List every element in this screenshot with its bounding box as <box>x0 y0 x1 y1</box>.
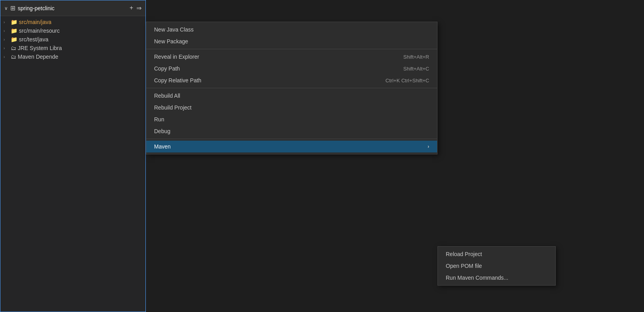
folder-icon: 📁 <box>11 19 17 25</box>
menu-item-label: Reveal in Explorer <box>154 54 199 60</box>
submenu-item-run-maven-commands[interactable]: Run Maven Commands... <box>438 272 555 284</box>
sidebar-item-src-main-java[interactable]: › 📁 src/main/java <box>0 18 145 26</box>
maven-icon: 🗂 <box>11 54 16 60</box>
menu-item-rebuild-project[interactable]: Rebuild Project <box>146 102 437 113</box>
chevron-right-icon: › <box>4 55 9 59</box>
sidebar-item-label: src/test/java <box>19 36 48 43</box>
submenu-item-open-pom-file[interactable]: Open POM file <box>438 260 555 272</box>
menu-item-label: Copy Path <box>154 65 180 72</box>
menu-item-debug[interactable]: Debug <box>146 125 437 137</box>
menu-item-label: Rebuild All <box>154 93 180 99</box>
navigate-icon[interactable]: ⇒ <box>136 4 141 12</box>
menu-item-copy-relative-path[interactable]: Copy Relative Path Ctrl+K Ctrl+Shift+C <box>146 74 437 86</box>
chevron-right-icon: › <box>4 37 9 42</box>
separator-2 <box>146 88 437 88</box>
sidebar-item-jre-library[interactable]: › 🗂 JRE System Libra <box>0 44 145 52</box>
context-menu: New Java Class New Package Reveal in Exp… <box>146 22 437 154</box>
menu-item-label: Maven <box>154 143 171 150</box>
submenu-item-label: Open POM file <box>446 263 482 269</box>
menu-item-label: Rebuild Project <box>154 104 192 111</box>
shortcut-copy-relative-path: Ctrl+K Ctrl+Shift+C <box>385 78 429 84</box>
menu-item-new-package[interactable]: New Package <box>146 35 437 47</box>
sidebar-item-src-main-resources[interactable]: › 📁 src/main/resourc <box>0 26 145 35</box>
shortcut-copy-path: Shift+Alt+C <box>403 66 429 72</box>
menu-item-copy-path[interactable]: Copy Path Shift+Alt+C <box>146 63 437 74</box>
menu-item-label: Debug <box>154 128 170 134</box>
project-title: spring-petclinic <box>18 5 54 11</box>
sidebar-item-label: src/main/resourc <box>19 28 60 34</box>
sidebar-item-src-test-java[interactable]: › 📁 src/test/java <box>0 35 145 44</box>
menu-item-maven[interactable]: Maven › <box>146 141 437 152</box>
arrow-right-icon: › <box>428 144 429 149</box>
separator-3 <box>146 139 437 139</box>
sidebar-header-left: ∨ ⊞ spring-petclinic <box>4 4 54 12</box>
folder-icon: 📁 <box>11 36 17 43</box>
sidebar-item-maven-dependencies[interactable]: › 🗂 Maven Depende <box>0 52 145 61</box>
submenu-item-label: Run Maven Commands... <box>446 275 508 281</box>
sidebar-item-label: JRE System Libra <box>18 45 62 51</box>
sidebar-item-label: src/main/java <box>19 19 51 25</box>
library-icon: 🗂 <box>11 45 16 51</box>
add-icon[interactable]: + <box>130 4 133 12</box>
menu-item-run[interactable]: Run <box>146 113 437 125</box>
chevron-right-icon: › <box>4 46 9 50</box>
folder-icon: 📁 <box>11 28 17 34</box>
menu-item-reveal-in-explorer[interactable]: Reveal in Explorer Shift+Alt+R <box>146 51 437 63</box>
chevron-right-icon: › <box>4 20 9 24</box>
shortcut-reveal: Shift+Alt+R <box>403 54 429 60</box>
menu-item-label: New Java Class <box>154 26 194 33</box>
sidebar-panel: ∨ ⊞ spring-petclinic + ⇒ › 📁 src/main/ja… <box>0 0 146 312</box>
collapse-icon[interactable]: ∨ <box>4 6 8 11</box>
menu-item-label: Copy Relative Path <box>154 77 201 84</box>
submenu-maven: Reload Project Open POM file Run Maven C… <box>437 246 556 286</box>
project-icon: ⊞ <box>10 4 15 12</box>
submenu-item-label: Reload Project <box>446 251 482 257</box>
menu-item-new-java-class[interactable]: New Java Class <box>146 24 437 35</box>
sidebar-header: ∨ ⊞ spring-petclinic + ⇒ <box>0 0 145 16</box>
menu-item-label: New Package <box>154 38 188 45</box>
sidebar-item-label: Maven Depende <box>18 54 58 60</box>
separator-1 <box>146 49 437 49</box>
sidebar-items: › 📁 src/main/java › 📁 src/main/resourc ›… <box>0 16 145 312</box>
chevron-right-icon: › <box>4 29 9 33</box>
header-actions: + ⇒ <box>130 4 141 12</box>
menu-item-label: Run <box>154 116 164 123</box>
menu-item-rebuild-all[interactable]: Rebuild All <box>146 90 437 102</box>
submenu-item-reload-project[interactable]: Reload Project <box>438 248 555 260</box>
